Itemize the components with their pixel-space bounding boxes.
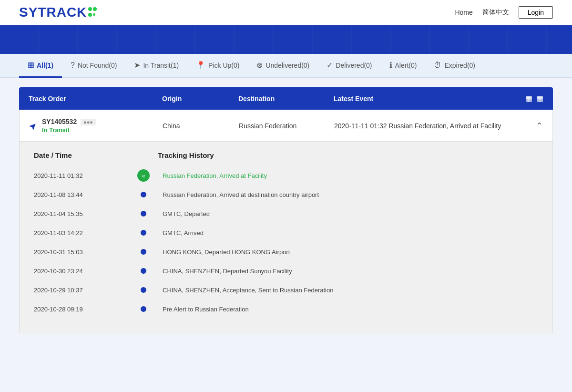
tracking-dot-area (129, 306, 158, 312)
tab-not-found[interactable]: ?Not Found(0) (62, 54, 125, 78)
tracking-row: 2020-10-29 10:37 CHINA, SHENZHEN, Accept… (34, 280, 538, 299)
tab-in-transit[interactable]: ➤In Transit(1) (125, 54, 187, 78)
tracking-event: Russian Federation, Arrived at Facility (158, 168, 538, 183)
col-latest-event: Latest Event (334, 95, 505, 103)
alert-label: Alert(0) (395, 62, 417, 69)
tabs-container: ⊞All(1)?Not Found(0)➤In Transit(1)📍Pick … (0, 54, 572, 78)
expired-icon: ⏱ (434, 61, 441, 70)
paste-icon[interactable]: ▦ (536, 94, 543, 103)
col-track-order: Track Order (29, 95, 162, 103)
order-id: SY1405532 ●●● (42, 118, 96, 125)
delivered-icon: ✓ (327, 61, 333, 70)
tracking-dot (141, 192, 146, 197)
logo-text: SYTRACK (19, 5, 87, 20)
tracking-row: 2020-11-11 01:32 « Russian Federation, A… (34, 166, 538, 185)
tracking-dot (141, 287, 146, 293)
not-found-label: Not Found(0) (78, 62, 117, 69)
tracking-dot-area (129, 211, 158, 217)
delivered-label: Delivered(0) (336, 62, 372, 69)
logo-dots (88, 7, 99, 18)
tracking-event: GMTC, Departed (158, 206, 538, 221)
tracking-section: Date / Time Tracking History 2020-11-11 … (20, 141, 552, 333)
tab-pick-up[interactable]: 📍Pick Up(0) (187, 54, 248, 78)
tracking-event: CHINA, SHENZHEN, Acceptance, Sent to Rus… (158, 283, 538, 298)
expand-collapse-button[interactable]: ⌃ (505, 121, 543, 131)
tracking-date: 2020-10-29 10:37 (34, 283, 129, 298)
tracking-event: Pre Alert to Russian Federation (158, 302, 538, 317)
tracking-row: 2020-10-28 09:19 Pre Alert to Russian Fe… (34, 299, 538, 319)
logo-dot-2 (93, 7, 97, 11)
tracking-date: 2020-11-03 14:22 (34, 226, 129, 240)
order-origin: China (163, 122, 239, 130)
tracking-dot (141, 306, 146, 312)
tracking-event: HONG KONG, Departed HONG KONG Airport (158, 245, 538, 259)
header-nav: Home 简体中文 Login (455, 6, 553, 19)
tab-alert[interactable]: ℹAlert(0) (381, 54, 426, 78)
active-dot: « (137, 169, 150, 182)
tracking-dot-area (129, 192, 158, 197)
tracking-dot-area (129, 287, 158, 293)
tracking-row: 2020-10-30 23:24 CHINA, SHENZHEN, Depart… (34, 261, 538, 280)
order-status: In Transit (42, 126, 96, 134)
pick-up-label: Pick Up(0) (208, 62, 239, 69)
tracking-dot (141, 230, 146, 236)
home-link[interactable]: Home (455, 9, 472, 16)
tracking-header-row: Date / Time Tracking History (34, 151, 538, 166)
tracking-date: 2020-11-08 13:44 (34, 187, 129, 202)
all-icon: ⊞ (28, 61, 34, 70)
tracking-dot (141, 249, 146, 255)
order-number: SY1405532 (42, 118, 77, 125)
order-badge: ●●● (81, 119, 96, 125)
copy-icon[interactable]: ▦ (525, 94, 532, 103)
order-latest-event: 2020-11-11 01:32 Russian Federation, Arr… (334, 122, 505, 130)
order-id-cell: ➤ SY1405532 ●●● In Transit (29, 118, 163, 134)
col-origin: Origin (162, 95, 238, 103)
tab-expired[interactable]: ⏱Expired(0) (425, 54, 484, 78)
in-transit-icon: ➤ (134, 61, 140, 70)
tab-all[interactable]: ⊞All(1) (19, 54, 62, 78)
order-row: ➤ SY1405532 ●●● In Transit China Russian… (20, 110, 552, 141)
undelivered-label: Undelivered(0) (266, 62, 309, 69)
tab-undelivered[interactable]: ⊗Undelivered(0) (248, 54, 318, 78)
logo-dot-4 (93, 13, 95, 16)
tracking-dot-area: « (129, 169, 158, 182)
logo-dot-3 (88, 13, 92, 17)
orders-container: ➤ SY1405532 ●●● In Transit China Russian… (19, 110, 553, 333)
order-info: SY1405532 ●●● In Transit (42, 118, 96, 134)
col-destination: Destination (238, 95, 334, 103)
tracking-date: 2020-11-04 15:35 (34, 206, 129, 221)
undelivered-icon: ⊗ (256, 61, 263, 70)
tracking-dot-area (129, 268, 158, 274)
tracking-dot-area (129, 230, 158, 236)
tracking-date: 2020-10-31 15:03 (34, 245, 129, 259)
in-transit-icon: ➤ (26, 119, 40, 133)
lang-link[interactable]: 简体中文 (482, 8, 509, 17)
tracking-row: 2020-10-31 15:03 HONG KONG, Departed HON… (34, 242, 538, 261)
login-button[interactable]: Login (519, 6, 553, 19)
date-time-header: Date / Time (34, 151, 158, 159)
order-destination: Russian Federation (239, 122, 334, 130)
tracking-event: GMTC, Arrived (158, 226, 538, 240)
header: SYTRACK Home 简体中文 Login (0, 0, 572, 25)
pick-up-icon: 📍 (196, 61, 205, 70)
tab-delivered[interactable]: ✓Delivered(0) (318, 54, 380, 78)
tracking-event: Russian Federation, Arrived at destinati… (158, 187, 538, 202)
banner (0, 25, 572, 54)
logo-dot-1 (88, 7, 92, 11)
tracking-date: 2020-11-11 01:32 (34, 168, 129, 183)
tracking-dot (141, 268, 146, 274)
in-transit-label: In Transit(1) (143, 62, 179, 69)
tracking-date: 2020-10-30 23:24 (34, 264, 129, 279)
tracking-dot (141, 211, 146, 217)
tracking-history-rows: 2020-11-11 01:32 « Russian Federation, A… (34, 166, 538, 319)
alert-icon: ℹ (389, 61, 392, 70)
tracking-event: CHINA, SHENZHEN, Departed Sunyou Facilit… (158, 264, 538, 279)
tracking-row: 2020-11-03 14:22 GMTC, Arrived (34, 223, 538, 242)
expired-label: Expired(0) (444, 62, 475, 69)
table-header-icons: ▦ ▦ (505, 94, 543, 103)
tracking-row: 2020-11-04 15:35 GMTC, Departed (34, 204, 538, 223)
not-found-icon: ? (71, 61, 75, 70)
tracking-history-header: Tracking History (158, 151, 538, 159)
main-content: Track Order Origin Destination Latest Ev… (0, 78, 572, 343)
logo: SYTRACK (19, 5, 99, 20)
